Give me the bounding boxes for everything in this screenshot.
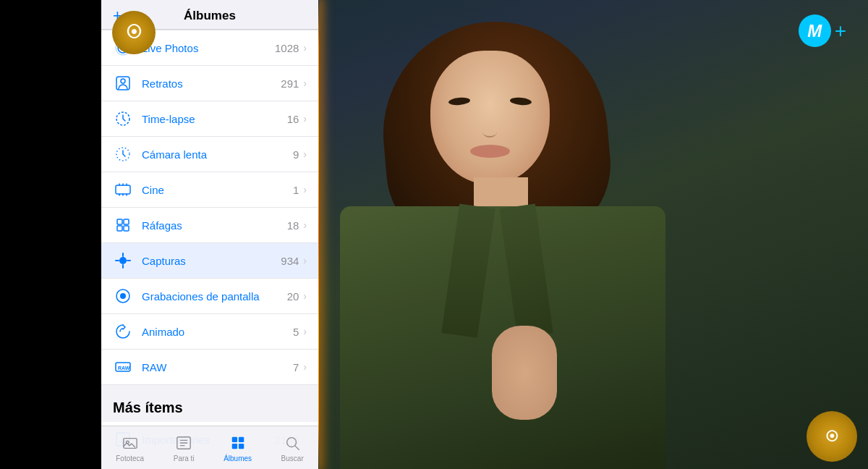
live-photos-chevron: › (303, 42, 307, 54)
slow-motion-label: Cámara lenta (142, 148, 293, 161)
hand (492, 326, 557, 420)
animated-chevron: › (303, 326, 307, 337)
svg-point-4 (121, 79, 125, 83)
list-item[interactable]: Ráfagas 18 › (101, 208, 318, 243)
bursts-count: 18 (287, 219, 299, 232)
para-ti-tab-label: Para ti (174, 455, 195, 462)
bursts-chevron: › (303, 219, 307, 231)
right-eye (510, 97, 532, 106)
cinematic-icon (113, 179, 133, 200)
bursts-label: Ráfagas (142, 219, 287, 232)
timelapse-chevron: › (303, 113, 307, 124)
left-eye (448, 97, 471, 106)
buscar-tab-label: Buscar (281, 455, 304, 462)
timelapse-count: 16 (287, 113, 299, 125)
studio-background (318, 0, 868, 469)
portraits-count: 291 (281, 77, 299, 90)
svg-rect-7 (116, 185, 130, 194)
movistar-plus-sign: + (835, 20, 846, 43)
svg-rect-31 (239, 436, 244, 441)
more-items-label: Más ítems (113, 400, 183, 415)
svg-rect-9 (124, 219, 129, 224)
albums-tab-icon (229, 434, 247, 452)
svg-point-34 (287, 437, 297, 447)
cinematic-count: 1 (293, 184, 299, 196)
list-item[interactable]: Grabaciones de pantalla 20 › (101, 279, 318, 314)
logo-symbol: ⦿ (126, 23, 142, 42)
svg-rect-30 (231, 436, 237, 441)
bottom-right-badge: ⦿ (807, 411, 857, 462)
movistar-m-badge: M (799, 14, 831, 47)
list-item[interactable]: Cine 1 › (101, 172, 318, 208)
bursts-icon (113, 215, 133, 235)
screenshots-label: Capturas (142, 255, 281, 267)
list-item[interactable]: Time-lapse 16 › (101, 101, 318, 137)
svg-rect-8 (117, 219, 122, 224)
left-black-area (0, 0, 101, 469)
slow-motion-count: 9 (293, 148, 299, 161)
screen-recording-label: Grabaciones de pantalla (142, 290, 287, 303)
tab-bar: Fototeca Para ti (101, 426, 318, 469)
lips (470, 145, 510, 158)
animated-label: Animado (142, 326, 293, 338)
raw-chevron: › (303, 361, 307, 373)
svg-rect-33 (239, 443, 244, 448)
live-photos-count: 1028 (275, 42, 299, 54)
tab-para-ti[interactable]: Para ti (168, 431, 200, 465)
tab-fototeca[interactable]: Fototeca (110, 431, 150, 465)
photos-tab-icon (121, 434, 140, 452)
svg-text:RAW: RAW (118, 366, 130, 371)
nose (482, 127, 497, 138)
list-item[interactable]: Cámara lenta 9 › (101, 137, 318, 172)
animated-icon (113, 321, 133, 342)
svg-line-35 (295, 446, 299, 449)
search-tab-icon (283, 434, 302, 452)
list-item[interactable]: Retratos 291 › (101, 66, 318, 101)
movistar-logo: M + (799, 14, 846, 47)
more-items-section-header: Más ítems (101, 385, 318, 422)
top-left-logo: ⦿ (112, 11, 156, 54)
portraits-label: Retratos (142, 77, 281, 90)
tab-albumes[interactable]: Álbumes (218, 431, 258, 465)
portraits-chevron: › (303, 77, 307, 89)
list-item[interactable]: Animado 5 › (101, 314, 318, 350)
screen-recording-icon (113, 286, 133, 306)
fototeca-tab-label: Fototeca (116, 455, 144, 462)
live-photos-label: Live Photos (142, 42, 275, 54)
slow-motion-icon (113, 144, 133, 164)
list-item[interactable]: RAW RAW 7 › (101, 350, 318, 385)
screen-recording-chevron: › (303, 290, 307, 302)
timelapse-label: Time-lapse (142, 113, 287, 125)
slow-motion-chevron: › (303, 148, 307, 160)
raw-icon: RAW (113, 357, 133, 377)
svg-rect-32 (231, 443, 237, 448)
screenshots-icon (113, 250, 133, 271)
portraits-icon (113, 73, 133, 93)
cinematic-chevron: › (303, 184, 307, 195)
svg-point-14 (120, 293, 126, 299)
raw-count: 7 (293, 361, 299, 373)
tab-buscar[interactable]: Buscar (276, 431, 310, 465)
svg-point-12 (119, 257, 127, 264)
svg-rect-10 (117, 226, 122, 231)
screenshots-count: 934 (281, 255, 299, 267)
screen-recording-count: 20 (287, 290, 299, 303)
albumes-tab-label: Álbumes (224, 455, 252, 462)
movistar-m-letter: M (807, 21, 822, 41)
albums-content[interactable]: Live Photos 1028 › Retratos 291 › (101, 30, 318, 469)
iphone-screen: + Álbumes Live Photos 1028 › (101, 0, 318, 469)
badge-icon: ⦿ (825, 429, 838, 444)
list-item[interactable]: Capturas 934 › (101, 243, 318, 279)
svg-rect-11 (124, 226, 129, 231)
animated-count: 5 (293, 326, 299, 338)
cinematic-label: Cine (142, 184, 293, 196)
albums-title: Álbumes (184, 9, 236, 23)
screenshots-chevron: › (303, 255, 307, 266)
timelapse-icon (113, 109, 133, 129)
raw-label: RAW (142, 361, 293, 373)
face (430, 51, 550, 185)
for-you-tab-icon (174, 434, 193, 452)
